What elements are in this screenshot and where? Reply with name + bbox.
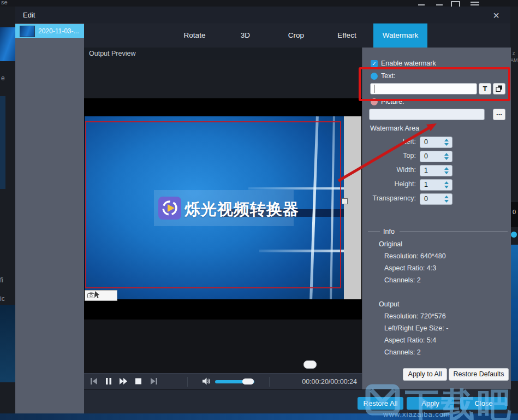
spinner-label: Top: (362, 152, 416, 159)
video-thumbnail (20, 26, 35, 37)
pause-icon (104, 377, 113, 385)
stop-button[interactable] (134, 377, 144, 386)
apply-to-all-button[interactable]: Apply to All (403, 368, 447, 381)
original-resolution: Resolution: 640*480 (384, 252, 446, 260)
background-slider-dot (511, 232, 517, 238)
left-spinner[interactable]: 0 (420, 137, 452, 148)
info-title: Info (383, 228, 395, 235)
video-thumbnail (0, 27, 15, 61)
background-partial-text: e (1, 74, 5, 82)
original-aspect-ratio: Aspect Ratio: 4:3 (384, 264, 436, 272)
spin-down-icon[interactable] (444, 143, 449, 146)
dialog-titlebar: Edit × (15, 7, 510, 23)
divider (187, 377, 188, 387)
screen: se e fi ic z AM 0 Edit × 2020-11-03-... (0, 0, 518, 420)
browse-button[interactable]: ... (493, 109, 505, 120)
menu-icon (471, 4, 479, 5)
spinner-label: Width: (362, 166, 416, 174)
background-partial-text: 0 (513, 209, 516, 215)
spin-up-icon[interactable] (444, 196, 449, 198)
output-eye-size: Left/Right Eye Size: - (384, 324, 448, 332)
preview-pane: Output Preview 烁光视频转换 (84, 48, 362, 389)
tab-crop[interactable]: Crop (271, 23, 321, 48)
divider (368, 232, 380, 232)
background-window-top-strip: se (0, 0, 518, 7)
video-stage: 烁光视频转换器 (84, 98, 362, 320)
preview-title: Output Preview (84, 48, 362, 60)
video-thumbnail (0, 305, 15, 382)
snapshot-button[interactable] (85, 290, 117, 301)
watermark-area-outline[interactable] (85, 121, 341, 288)
enable-watermark-checkbox[interactable]: ✓ (371, 60, 378, 67)
background-player-fragment: 0 (510, 202, 518, 227)
spin-down-icon[interactable] (444, 157, 449, 160)
preview-titlebar: Output Preview (84, 48, 362, 61)
spin-down-icon[interactable] (444, 200, 449, 203)
spinner-row-top: Top: 0 (362, 151, 511, 161)
annotation-highlight-box (359, 67, 510, 101)
player-control-bar: 00:00:20/00:00:24 (84, 373, 362, 390)
width-spinner[interactable]: 1 (420, 165, 452, 176)
top-spinner[interactable]: 0 (420, 151, 452, 162)
seek-handle[interactable] (303, 360, 317, 369)
minimize-icon (418, 4, 425, 5)
background-window-right-strip: z AM 0 (510, 7, 518, 413)
xiazaiba-watermark-url: www.xiazaiba.com (383, 410, 450, 418)
enable-watermark-label: Enable watermark (381, 60, 436, 67)
spin-up-icon[interactable] (444, 139, 449, 141)
fast-forward-icon (119, 377, 128, 385)
spin-down-icon[interactable] (444, 171, 449, 174)
list-item-selected[interactable]: 2020-11-03-... (15, 24, 84, 38)
spinner-row-left: Left: 0 (362, 137, 511, 147)
skip-back-icon (90, 377, 98, 385)
menu-icon (471, 2, 479, 3)
background-partial-text: ic (0, 295, 5, 303)
divider (400, 232, 508, 232)
spinner-label: Left: (362, 138, 416, 145)
spinner-row-height: Height: 1 (362, 179, 511, 190)
video-thumbnail (0, 96, 5, 189)
tab-rotate[interactable]: Rotate (169, 23, 220, 48)
fast-forward-button[interactable] (119, 377, 129, 386)
list-item-label: 2020-11-03-... (38, 24, 83, 38)
close-icon[interactable]: × (489, 9, 503, 21)
divider (269, 377, 270, 387)
stop-icon (134, 377, 143, 385)
speaker-icon (202, 377, 211, 385)
volume-handle[interactable] (242, 378, 254, 384)
spin-up-icon[interactable] (444, 181, 449, 184)
output-aspect-ratio: Aspect Ratio: 5:4 (384, 336, 436, 344)
video-thumbnail (510, 245, 518, 299)
height-spinner[interactable]: 1 (420, 179, 452, 191)
file-list-sidebar: 2020-11-03-... (15, 23, 84, 413)
skip-next-button[interactable] (150, 377, 159, 386)
output-title: Output (379, 300, 400, 308)
pause-button[interactable] (104, 377, 114, 386)
tab-effect[interactable]: Effect (321, 23, 372, 48)
spin-up-icon[interactable] (444, 153, 449, 156)
spin-down-icon[interactable] (444, 186, 449, 188)
volume-button[interactable] (202, 377, 212, 386)
original-title: Original (379, 240, 402, 248)
time-display: 00:00:20/00:00:24 (302, 378, 357, 386)
tab-watermark[interactable]: Watermark (373, 23, 427, 48)
spin-up-icon[interactable] (444, 167, 449, 170)
background-partial-text: AM (510, 57, 518, 63)
spinner-row-width: Width: 1 (362, 165, 511, 175)
preview-padding-strip (344, 116, 361, 299)
original-channels: Channels: 2 (384, 276, 421, 284)
restore-defaults-button[interactable]: Restore Defaults (449, 368, 509, 381)
output-resolution: Resolution: 720*576 (384, 312, 446, 320)
cursor-icon (95, 291, 102, 299)
background-partial-text: se (1, 0, 8, 5)
picture-input[interactable] (369, 109, 485, 120)
spinner-label: Height: (362, 180, 416, 188)
skip-back-button[interactable] (90, 377, 99, 386)
background-partial-text: z (513, 50, 515, 56)
video-thumbnail (510, 299, 518, 381)
tab-3d[interactable]: 3D (220, 23, 271, 48)
skip-next-icon (150, 377, 158, 385)
minimize-icon (436, 4, 443, 5)
transparency-spinner[interactable]: 0 (420, 193, 452, 205)
resize-handle[interactable] (342, 198, 348, 204)
